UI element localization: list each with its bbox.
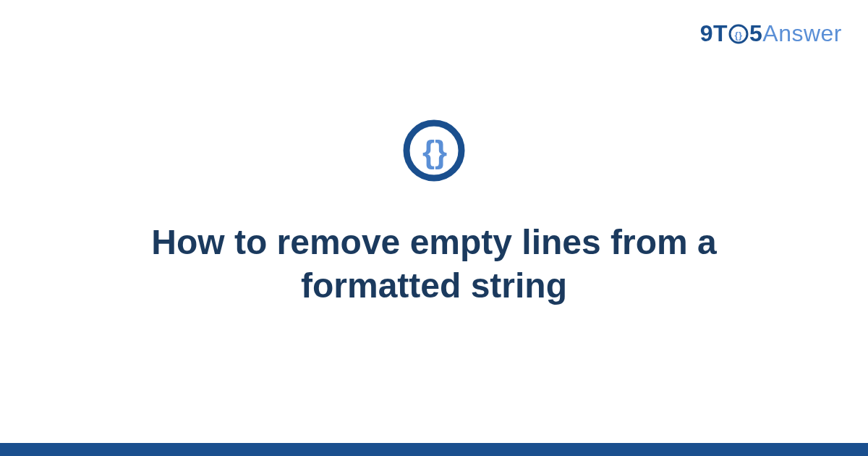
logo-text-answer: Answer bbox=[762, 20, 842, 47]
logo-text-5: 5 bbox=[749, 20, 762, 47]
bottom-accent-bar bbox=[0, 443, 868, 456]
curly-braces-icon: {} bbox=[401, 118, 467, 186]
page-title: How to remove empty lines from a formatt… bbox=[54, 221, 814, 308]
svg-text:{}: {} bbox=[734, 29, 742, 40]
site-logo: 9T {} 5 Answer bbox=[700, 20, 842, 47]
logo-o-icon: {} bbox=[728, 24, 749, 44]
brace-right: } bbox=[435, 134, 447, 169]
main-content: {} How to remove empty lines from a form… bbox=[0, 118, 868, 308]
svg-point-2 bbox=[407, 123, 461, 178]
logo-text-9t: 9T bbox=[700, 20, 728, 47]
svg-text:{}: {} bbox=[422, 134, 447, 169]
brace-left: { bbox=[422, 134, 435, 169]
